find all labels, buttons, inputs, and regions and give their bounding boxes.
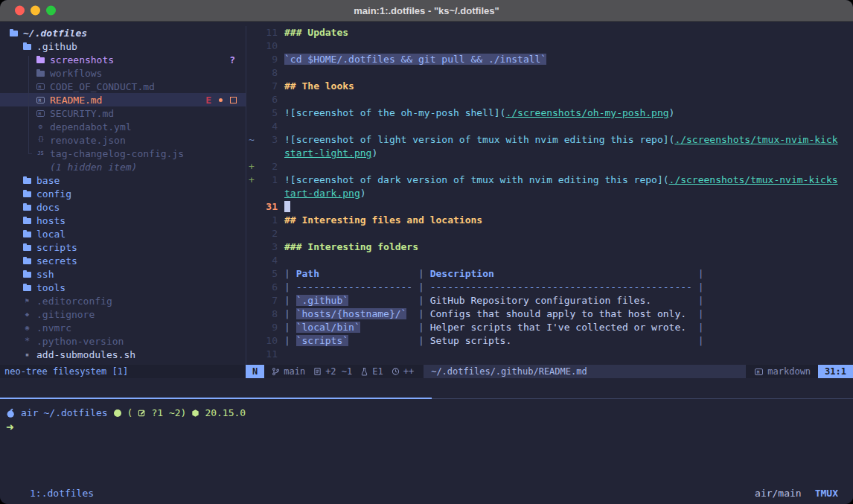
js-icon: JS xyxy=(36,150,45,157)
tree-item[interactable]: README.mdE xyxy=(0,93,246,106)
git-sign xyxy=(246,307,258,321)
tree-item[interactable]: (1 hidden item) xyxy=(0,160,246,173)
editor-line[interactable]: 6| -------------------- | --------------… xyxy=(246,281,853,294)
tree-item[interactable]: ~/.dotfiles xyxy=(0,26,246,39)
tree-item-label: scripts xyxy=(36,242,77,253)
editor-line[interactable]: 11 xyxy=(246,348,853,361)
editor-line[interactable]: 10 xyxy=(246,39,853,53)
editor-line[interactable]: 8 xyxy=(246,66,853,80)
tree-item[interactable]: scripts xyxy=(0,240,246,254)
error-mark: E xyxy=(205,95,211,106)
editor-line[interactable]: 1## Interesting files and locations xyxy=(246,214,853,227)
tree-item[interactable]: SECURITY.md xyxy=(0,106,246,120)
folder-icon xyxy=(36,69,45,77)
line-text: | `local/bin` | Helper scripts that I've… xyxy=(284,321,704,334)
tree-item[interactable]: .github xyxy=(0,39,246,53)
editor-line[interactable]: 4 xyxy=(246,120,853,133)
tree-item[interactable]: {}renovate.json xyxy=(0,133,246,147)
gear-icon: ⚙ xyxy=(36,123,45,130)
tree-item[interactable]: screenshots? xyxy=(0,53,246,66)
line-number: 4 xyxy=(258,120,278,133)
input-line[interactable]: ➜ xyxy=(6,420,853,434)
editor-line[interactable]: ~3![screenshot of light version of tmux … xyxy=(246,133,853,147)
line-number: 31 xyxy=(258,200,278,214)
editor-line[interactable]: 9`cd $HOME/.dotfiles && git pull && ./in… xyxy=(246,53,853,66)
line-number: 11 xyxy=(258,26,278,39)
editor-line[interactable]: 10| `scripts` | Setup scripts. | xyxy=(246,334,853,348)
folder-icon xyxy=(22,190,32,197)
editor-line[interactable]: 7| `.github` | GitHub Repository configu… xyxy=(246,294,853,307)
tmux-window-tab[interactable]: 1:.dotfiles xyxy=(30,488,94,504)
line-number: 9 xyxy=(258,321,278,334)
line-number xyxy=(258,187,278,200)
tree-item[interactable]: ◉.nvmrc xyxy=(0,321,246,334)
editor-line[interactable]: tart-dark.png) xyxy=(246,187,853,200)
tmux-statusbar: 1:.dotfiles air/main TMUX xyxy=(0,482,853,504)
git-sign xyxy=(246,187,258,200)
git-sign xyxy=(246,267,258,281)
window-title: main:1:.dotfiles - "ks~/.dotfiles" xyxy=(354,5,499,16)
tree-item[interactable]: hosts xyxy=(0,214,246,227)
tree-item-label: tag-changelog-config.js xyxy=(50,148,184,159)
prompt-line: air ~/.dotfiles ( ?1 ~2) 20.15.0 xyxy=(6,406,853,420)
tree-item-label: secrets xyxy=(36,255,77,267)
asterisk-icon: * xyxy=(22,337,32,345)
editor-line[interactable]: 5| Path | Description | xyxy=(246,267,853,281)
line-text: ![screenshot of light version of tmux wi… xyxy=(284,133,838,147)
tree-item[interactable]: config xyxy=(0,187,246,200)
tree-item[interactable]: *.python-version xyxy=(0,334,246,348)
line-number: 5 xyxy=(258,106,278,120)
editor-line[interactable]: 31 xyxy=(246,200,853,214)
tree-item[interactable]: workflows xyxy=(0,66,246,80)
editor-line[interactable]: +1![screenshot of dark version of tmux w… xyxy=(246,173,853,187)
git-diff: +2 ~1 xyxy=(313,366,352,377)
filetype-label: markdown xyxy=(767,366,811,377)
editor-line[interactable]: 8| `hosts/{hostname}/` | Configs that sh… xyxy=(246,307,853,321)
line-number: 5 xyxy=(258,267,278,281)
git-sign xyxy=(246,120,258,133)
git-sign xyxy=(246,93,258,106)
tmux-pane-divider[interactable] xyxy=(0,398,853,399)
tree-item[interactable]: ◆.gitignore xyxy=(0,307,246,321)
editor-line[interactable]: +2 xyxy=(246,160,853,173)
zoom-button[interactable] xyxy=(46,6,56,16)
tree-item[interactable]: ⚑.editorconfig xyxy=(0,294,246,307)
editor-buffer[interactable]: 11### Updates 10 9`cd $HOME/.dotfiles &&… xyxy=(246,26,853,365)
editor-line[interactable]: 3### Interesting folders xyxy=(246,240,853,254)
tree-item[interactable]: tools xyxy=(0,281,246,294)
tree-item[interactable]: base xyxy=(0,173,246,187)
tree-item[interactable]: JStag-changelog-config.js xyxy=(0,147,246,160)
editor-line[interactable]: 9| `local/bin` | Helper scripts that I'v… xyxy=(246,321,853,334)
tree-item[interactable]: secrets xyxy=(0,254,246,267)
tree-item[interactable]: ⚙dependabot.yml xyxy=(0,120,246,133)
tree-item[interactable]: ▪add-submodules.sh xyxy=(0,348,246,361)
line-number: 1 xyxy=(258,214,278,227)
close-button[interactable] xyxy=(15,6,25,16)
line-number: 6 xyxy=(258,93,278,106)
folder-icon xyxy=(22,217,32,224)
tree-item[interactable]: local xyxy=(0,227,246,240)
editor-line[interactable]: 6 xyxy=(246,93,853,106)
tmux-bottom-pane[interactable]: air ~/.dotfiles ( ?1 ~2) 20.15.0 ➜ xyxy=(0,399,853,482)
editor-line[interactable]: 11### Updates xyxy=(246,26,853,39)
tree-item[interactable]: CODE_OF_CONDUCT.md xyxy=(0,80,246,93)
tree-item-label: hosts xyxy=(36,215,66,226)
editor-line[interactable]: 4 xyxy=(246,254,853,267)
git-open-paren: ( xyxy=(127,407,133,418)
prompt-arrow: ➜ xyxy=(6,421,14,433)
tree-item[interactable]: ssh xyxy=(0,267,246,281)
tree-item-label: add-submodules.sh xyxy=(36,349,135,360)
line-text: ### Interesting folders xyxy=(284,240,418,254)
git-branch: main xyxy=(272,366,305,377)
titlebar: main:1:.dotfiles - "ks~/.dotfiles" xyxy=(0,0,853,22)
prompt-machine: air xyxy=(21,407,38,418)
editor-line[interactable]: 2 xyxy=(246,227,853,240)
flag-icon: ⚑ xyxy=(22,297,32,304)
editor-line[interactable]: 7## The looks xyxy=(246,80,853,93)
tree-item[interactable]: docs xyxy=(0,200,246,214)
minimize-button[interactable] xyxy=(31,6,40,16)
hex-icon: ◉ xyxy=(22,324,32,331)
cursor-position: 31:1 xyxy=(818,365,853,378)
editor-line[interactable]: start-light.png) xyxy=(246,147,853,160)
editor-line[interactable]: 5![screenshot of the oh-my-posh shell](.… xyxy=(246,106,853,120)
